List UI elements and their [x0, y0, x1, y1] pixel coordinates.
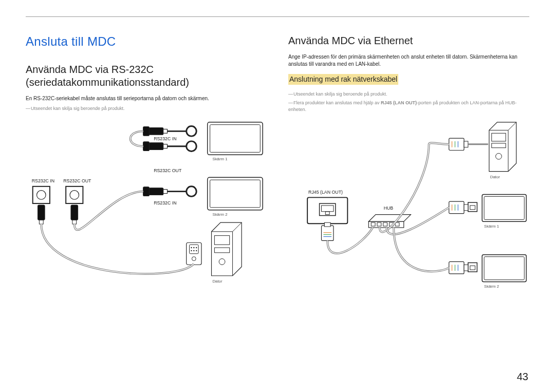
svg-point-32	[191, 247, 192, 248]
svg-rect-53	[325, 212, 329, 215]
jack-down-left	[38, 205, 45, 224]
rj45-socket-icon	[320, 203, 336, 215]
jack-down-right	[71, 205, 78, 224]
label-hub: HUB	[384, 206, 394, 211]
svg-rect-12	[66, 186, 83, 203]
computer-tower-icon	[212, 222, 242, 276]
page-title: Ansluta till MDC	[26, 34, 267, 49]
label-rs232c-in2: RS232C IN	[154, 200, 176, 206]
svg-point-3	[187, 141, 197, 152]
svg-rect-50	[307, 198, 347, 224]
svg-rect-48	[468, 263, 477, 272]
label-skarm1: Skärm 1	[212, 157, 227, 161]
svg-point-11	[36, 191, 46, 200]
jack-plug-3	[143, 187, 187, 196]
svg-rect-43	[484, 197, 524, 220]
label-dator: Dator	[490, 175, 500, 179]
svg-rect-28	[71, 205, 78, 220]
svg-rect-42	[482, 195, 526, 222]
svg-point-6	[187, 186, 197, 197]
page-number: 43	[517, 371, 528, 383]
rj45-plug-1	[321, 222, 333, 240]
svg-rect-66	[464, 141, 468, 147]
jack-plug-2	[143, 142, 187, 151]
svg-rect-29	[72, 220, 77, 224]
svg-rect-46	[482, 255, 526, 282]
svg-rect-0	[208, 122, 263, 155]
right-column: Använda MDC via Ethernet Ange IP-adresse…	[288, 34, 529, 309]
port-rs232c-in	[33, 186, 50, 203]
label-port-rs232c-out: RS232C OUT	[63, 178, 91, 183]
svg-rect-23	[163, 190, 168, 194]
svg-rect-52	[321, 206, 333, 212]
label-skarm1: Skärm 1	[484, 224, 499, 229]
svg-rect-49	[470, 266, 475, 270]
port-rs232c-out	[66, 186, 83, 203]
svg-rect-76	[464, 265, 468, 271]
svg-rect-1	[210, 125, 261, 153]
svg-rect-75	[449, 262, 464, 274]
svg-rect-61	[324, 222, 330, 227]
svg-rect-19	[163, 144, 168, 148]
svg-point-36	[193, 250, 194, 251]
computer-tower-icon	[489, 122, 516, 172]
svg-rect-21	[143, 142, 150, 151]
svg-point-37	[196, 250, 197, 251]
rj45-plug-m1	[449, 201, 468, 213]
svg-rect-70	[449, 201, 464, 213]
diagram-ethernet: Dator Skärm 1 Skärm 2 RJ45 (LAN OUT)	[288, 118, 529, 309]
label-port-rs232c-in: RS232C IN	[32, 178, 54, 183]
note-eth-1: ―Utseendet kan skilja sig beroende på pr…	[288, 91, 529, 98]
rj45-plug-pc	[449, 138, 468, 150]
note-rs232c: ―Utseendet kan skilja sig beroende på pr…	[26, 105, 267, 112]
svg-rect-14	[149, 128, 163, 135]
svg-point-13	[70, 191, 79, 200]
body-ethernet: Ange IP-adressen för den primära skärmen…	[288, 53, 529, 68]
svg-rect-4	[208, 177, 263, 210]
serial-connector-icon	[187, 242, 201, 265]
svg-rect-5	[210, 180, 261, 208]
svg-point-35	[191, 250, 192, 251]
jack-plug-1	[143, 127, 187, 136]
svg-rect-45	[470, 206, 475, 210]
heading-rs232c: Använda MDC via RS-232C (seriedatakommun…	[26, 63, 267, 89]
rj45-plug-m2	[449, 262, 468, 274]
subheading-rak-kabel: Anslutning med rak nätverkskabel	[288, 74, 398, 85]
svg-rect-17	[143, 127, 150, 136]
body-rs232c: En RS-232C-seriekabel måste anslutas til…	[26, 95, 267, 102]
label-rj45: RJ45 (LAN OUT)	[308, 190, 343, 195]
svg-rect-26	[38, 205, 45, 220]
heading-ethernet: Använda MDC via Ethernet	[288, 34, 529, 47]
label-rs232c-out: RS232C OUT	[154, 169, 182, 174]
diagram-rs232c: Skärm 1 RS232C IN RS232C OUT Skärm 2 RS2…	[26, 117, 267, 298]
svg-rect-44	[468, 202, 477, 212]
svg-rect-47	[484, 257, 524, 280]
left-column: Ansluta till MDC Använda MDC via RS-232C…	[26, 34, 267, 309]
label-skarm2: Skärm 2	[212, 212, 227, 217]
svg-rect-71	[464, 204, 468, 211]
svg-rect-25	[143, 187, 150, 196]
svg-rect-15	[163, 129, 168, 133]
svg-rect-65	[449, 138, 464, 150]
svg-rect-60	[321, 226, 333, 240]
svg-rect-10	[33, 186, 50, 203]
label-skarm2: Skärm 2	[484, 284, 499, 289]
svg-point-33	[193, 247, 194, 248]
svg-rect-27	[39, 220, 43, 224]
svg-rect-22	[149, 188, 163, 195]
label-rs232c-in: RS232C IN	[154, 136, 176, 141]
svg-rect-18	[149, 143, 163, 150]
note-eth-2: ―Flera produkter kan anslutas med hjälp …	[288, 100, 529, 113]
top-rule	[26, 16, 529, 17]
hub-icon	[368, 215, 411, 228]
svg-point-34	[196, 247, 197, 248]
svg-point-2	[187, 126, 197, 137]
label-dator: Dator	[212, 279, 222, 284]
